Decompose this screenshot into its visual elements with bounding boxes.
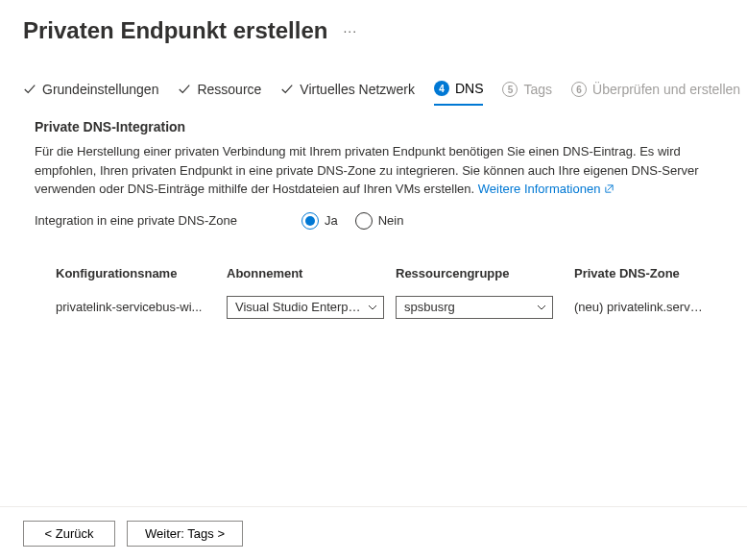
cell-dns-zone: (neu) privatelink.servicebus... bbox=[574, 300, 712, 314]
tab-ueberpruefen[interactable]: 6 Überprüfen und erstellen bbox=[571, 82, 740, 105]
dns-config-table: Konfigurationsname Abonnement Ressourcen… bbox=[35, 258, 712, 327]
col-header-subscription: Abonnement bbox=[227, 266, 396, 280]
dns-integration-option: Integration in eine private DNS-Zone Ja … bbox=[35, 212, 712, 230]
step-number-badge: 4 bbox=[434, 81, 449, 96]
radio-yes[interactable]: Ja bbox=[301, 212, 338, 230]
resource-group-dropdown[interactable]: spsbusrg bbox=[396, 296, 553, 319]
dropdown-value: Visual Studio Enterpri... bbox=[235, 300, 362, 314]
subscription-dropdown[interactable]: Visual Studio Enterpri... bbox=[227, 296, 384, 319]
tab-tags[interactable]: 5 Tags bbox=[502, 82, 552, 105]
col-header-dns: Private DNS-Zone bbox=[574, 266, 712, 280]
tab-label: Überprüfen und erstellen bbox=[592, 82, 740, 97]
chevron-down-icon bbox=[368, 303, 377, 312]
tab-label: Ressource bbox=[197, 82, 261, 97]
table-header-row: Konfigurationsname Abonnement Ressourcen… bbox=[35, 258, 712, 288]
radio-label: Integration in eine private DNS-Zone bbox=[35, 213, 284, 228]
tab-virtuelles-netzwerk[interactable]: Virtuelles Netzwerk bbox=[280, 82, 415, 105]
more-icon[interactable]: ··· bbox=[343, 23, 357, 38]
dropdown-value: spsbusrg bbox=[404, 300, 455, 314]
col-header-rg: Ressourcengruppe bbox=[396, 266, 574, 280]
radio-button-icon bbox=[355, 212, 373, 230]
section-title: Private DNS-Integration bbox=[35, 119, 712, 134]
tab-label: Virtuelles Netzwerk bbox=[300, 82, 415, 97]
radio-no-label: Nein bbox=[378, 213, 404, 228]
tab-label: Grundeinstellungen bbox=[42, 82, 158, 97]
table-row: privatelink-servicebus-wi... Visual Stud… bbox=[35, 288, 712, 327]
step-number-badge: 5 bbox=[502, 82, 518, 97]
link-text: Weitere Informationen bbox=[478, 180, 601, 199]
col-header-name: Konfigurationsname bbox=[56, 266, 227, 280]
wizard-tabs: Grundeinstellungen Ressource Virtuelles … bbox=[0, 54, 747, 106]
tab-dns[interactable]: 4 DNS bbox=[434, 81, 484, 106]
footer-bar: < Zurück Weiter: Tags > bbox=[0, 506, 747, 560]
radio-button-icon bbox=[301, 212, 319, 230]
radio-no[interactable]: Nein bbox=[355, 212, 404, 230]
back-button[interactable]: < Zurück bbox=[23, 521, 115, 547]
section-description: Für die Herstellung einer privaten Verbi… bbox=[35, 142, 712, 199]
learn-more-link[interactable]: Weitere Informationen bbox=[478, 180, 615, 199]
tab-label: Tags bbox=[523, 82, 552, 97]
content-area: Private DNS-Integration Für die Herstell… bbox=[0, 106, 747, 327]
next-button[interactable]: Weiter: Tags > bbox=[127, 521, 243, 547]
step-number-badge: 6 bbox=[571, 82, 587, 97]
tab-label: DNS bbox=[455, 81, 484, 96]
chevron-down-icon bbox=[537, 303, 546, 312]
check-icon bbox=[280, 83, 294, 96]
check-icon bbox=[178, 83, 191, 96]
tab-grundeinstellungen[interactable]: Grundeinstellungen bbox=[23, 82, 158, 105]
page-header: Privaten Endpunkt erstellen ··· bbox=[0, 0, 747, 54]
tab-ressource[interactable]: Ressource bbox=[178, 82, 261, 105]
external-link-icon bbox=[604, 183, 614, 194]
check-icon bbox=[23, 83, 36, 96]
page-title: Privaten Endpunkt erstellen bbox=[23, 17, 327, 44]
radio-yes-label: Ja bbox=[325, 213, 338, 228]
cell-config-name: privatelink-servicebus-wi... bbox=[56, 300, 227, 314]
